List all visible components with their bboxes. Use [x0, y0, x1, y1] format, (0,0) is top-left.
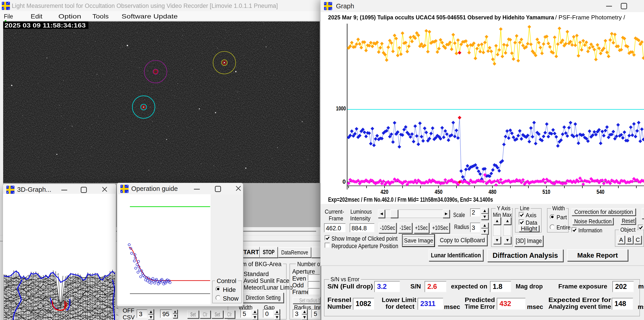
svg-text:450: 450	[435, 188, 443, 195]
svg-text:420: 420	[381, 188, 388, 195]
svg-text:540: 540	[597, 188, 604, 195]
svg-text:1000: 1000	[336, 105, 346, 112]
svg-text:510: 510	[542, 188, 550, 195]
svg-text:480: 480	[489, 188, 496, 195]
svg-text:0: 0	[342, 178, 346, 185]
